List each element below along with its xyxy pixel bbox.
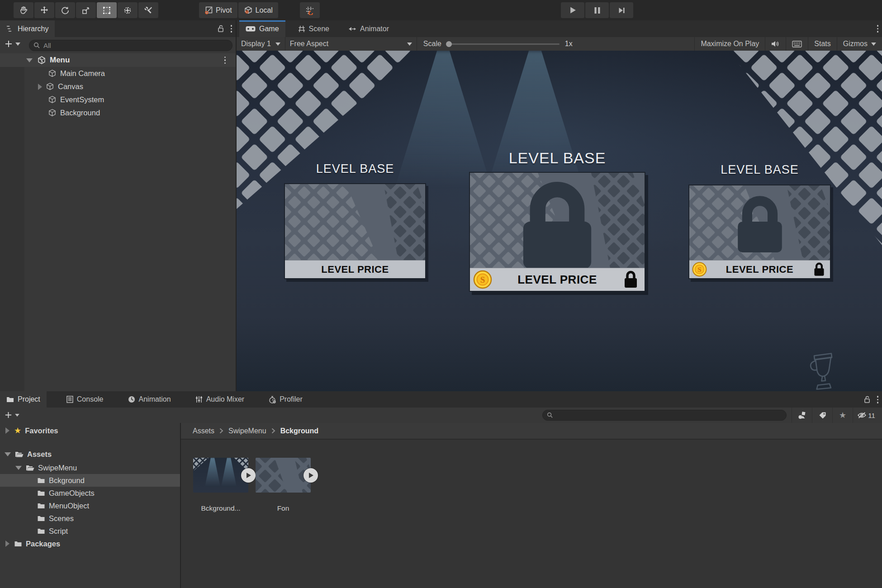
gizmos-label: Gizmos <box>843 40 868 48</box>
price-bar: LEVEL PRICE S <box>470 268 645 291</box>
hand-tool-button[interactable] <box>14 2 33 18</box>
hierarchy-tab[interactable]: Hierarchy <box>0 20 55 37</box>
hierarchy-lock-icon[interactable] <box>218 25 224 33</box>
aspect-dropdown-label: Free Aspect <box>290 40 328 48</box>
tab-animator[interactable]: Animator <box>342 20 395 37</box>
hierarchy-item-eventsystem[interactable]: EventSystem <box>0 93 236 106</box>
scale-slider-track[interactable] <box>450 43 560 45</box>
scale-slider-knob[interactable] <box>446 41 452 47</box>
breadcrumb-bckground[interactable]: Bckground <box>280 427 318 435</box>
onscreen-keyboard-button[interactable] <box>786 37 808 51</box>
pause-button[interactable] <box>585 2 609 18</box>
project-search-input[interactable] <box>556 411 782 420</box>
play-button[interactable] <box>561 2 584 18</box>
hierarchy-search-input[interactable] <box>43 41 228 50</box>
tree-item-swipemenu[interactable]: SwipeMenu <box>0 461 180 474</box>
breadcrumb-assets[interactable]: Assets <box>193 427 214 435</box>
tree-item-label: Bckground <box>49 476 85 485</box>
collapse-arrow-icon[interactable] <box>5 452 11 456</box>
scene-foldout-icon[interactable] <box>26 58 33 62</box>
play-badge-icon[interactable] <box>241 468 256 483</box>
move-icon <box>40 6 49 15</box>
level-card-2[interactable]: LEVEL PRICE S <box>469 172 645 292</box>
scene-header[interactable]: Menu <box>0 53 236 67</box>
hidden-packages-toggle[interactable]: 11 <box>853 408 879 423</box>
tab-console[interactable]: Console <box>60 391 110 408</box>
svg-text:S: S <box>697 266 701 273</box>
move-tool-button[interactable] <box>34 2 54 18</box>
tab-scene[interactable]: Scene <box>292 20 336 37</box>
stats-button[interactable]: Stats <box>808 37 836 51</box>
lock-silhouette-icon <box>505 178 609 271</box>
collapse-arrow-icon[interactable] <box>15 466 22 470</box>
tab-game-label: Game <box>259 25 279 33</box>
expand-arrow-icon[interactable] <box>5 541 9 547</box>
price-label: LEVEL PRICE <box>726 264 793 275</box>
hierarchy-item-main-camera[interactable]: Main Camera <box>0 67 236 80</box>
level-card-3[interactable]: LEVEL PRICE S <box>688 185 831 279</box>
maximize-on-play-label: Maximize On Play <box>701 40 759 48</box>
favorites-filter-button[interactable]: ★ <box>832 408 853 423</box>
local-toggle[interactable]: Local <box>238 2 278 18</box>
asset-thumb-fon[interactable] <box>256 458 311 493</box>
asset-thumb-bckground[interactable] <box>193 458 248 493</box>
play-badge-icon[interactable] <box>303 468 318 483</box>
breadcrumb: Assets SwipeMenu Bckground <box>181 423 882 440</box>
transform-tool-button[interactable] <box>118 2 138 18</box>
add-object-button[interactable] <box>5 40 20 48</box>
tree-item-scenes[interactable]: Scenes <box>0 512 180 525</box>
tree-item-label: Scenes <box>49 514 74 523</box>
expand-arrow-icon[interactable] <box>38 84 42 90</box>
game-panel-menu-button[interactable] <box>877 25 879 33</box>
grid-snap-toggle[interactable] <box>300 2 320 18</box>
tree-item-packages[interactable]: Packages <box>0 537 180 550</box>
gizmos-dropdown[interactable]: Gizmos <box>837 37 882 51</box>
tree-item-bckground[interactable]: Bckground <box>0 474 180 487</box>
scale-tool-button[interactable] <box>76 2 96 18</box>
open-folder-icon <box>15 451 24 458</box>
maximize-on-play-button[interactable]: Maximize On Play <box>694 37 765 51</box>
project-toolbar: ★ 11 <box>0 408 882 423</box>
add-asset-button[interactable] <box>5 411 19 419</box>
tree-item-script[interactable]: Script <box>0 525 180 537</box>
hierarchy-menu-button[interactable] <box>231 25 232 33</box>
scale-icon <box>81 6 90 15</box>
project-content: Assets SwipeMenu Bckground <box>181 423 882 588</box>
pivot-toggle[interactable]: Pivot <box>199 2 237 18</box>
asset-type-filter-button[interactable] <box>792 408 812 423</box>
scale-slider[interactable] <box>444 37 560 51</box>
tree-item-favorites[interactable]: ★ Favorites <box>0 424 180 437</box>
breadcrumb-swipemenu[interactable]: SwipeMenu <box>228 427 266 435</box>
expand-arrow-icon[interactable] <box>5 427 9 434</box>
tab-console-label: Console <box>77 395 104 403</box>
project-menu-button[interactable] <box>877 396 879 403</box>
scene-menu-button[interactable] <box>224 57 226 64</box>
aspect-dropdown[interactable]: Free Aspect <box>285 37 417 51</box>
rotate-tool-button[interactable] <box>55 2 75 18</box>
scale-value: 1x <box>565 40 573 48</box>
custom-tools-button[interactable] <box>138 2 158 18</box>
tree-item-menuobject[interactable]: MenuObject <box>0 499 180 512</box>
tab-project[interactable]: Project <box>0 391 47 408</box>
folder-icon <box>37 503 45 509</box>
star-icon: ★ <box>14 427 21 435</box>
tree-item-assets[interactable]: Assets <box>0 448 180 460</box>
mute-audio-button[interactable] <box>765 37 786 51</box>
tree-item-gameobjects[interactable]: GameObjects <box>0 487 180 499</box>
tab-audio-mixer[interactable]: Audio Mixer <box>189 391 251 408</box>
tab-profiler[interactable]: Profiler <box>262 391 309 408</box>
tab-animation[interactable]: Animation <box>122 391 177 408</box>
lock-icon <box>623 270 638 289</box>
hierarchy-item-background[interactable]: Background <box>0 106 236 119</box>
project-lock-icon[interactable] <box>864 396 871 403</box>
star-icon: ★ <box>839 411 846 419</box>
tab-game[interactable]: Game <box>239 20 285 37</box>
level-card-1[interactable]: LEVEL PRICE <box>284 183 426 279</box>
tree-item-label: SwipeMenu <box>38 464 77 472</box>
rect-tool-button[interactable] <box>97 2 117 18</box>
step-button[interactable] <box>610 2 633 18</box>
display-dropdown[interactable]: Display 1 <box>237 37 285 51</box>
label-filter-button[interactable] <box>812 408 832 423</box>
hierarchy-item-label: EventSystem <box>60 95 104 104</box>
hierarchy-item-canvas[interactable]: Canvas <box>0 80 236 93</box>
